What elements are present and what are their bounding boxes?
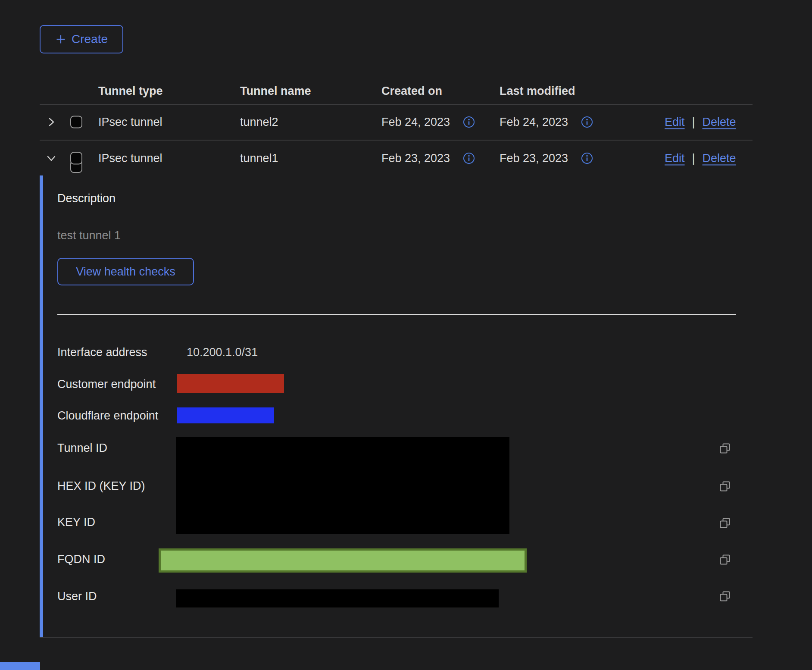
info-icon[interactable] <box>581 152 593 164</box>
actions-separator: | <box>692 116 695 129</box>
key-id-label: KEY ID <box>57 516 95 529</box>
ids-redacted-value <box>176 437 509 534</box>
info-icon[interactable] <box>463 116 475 128</box>
panel-divider <box>57 314 736 315</box>
table-row: IPsec tunnel tunnel2 Feb 24, 2023 Feb 24… <box>0 104 812 140</box>
tunnel-type-value: IPsec tunnel <box>98 116 162 129</box>
copy-icon[interactable] <box>718 516 732 530</box>
actions-separator: | <box>692 151 695 165</box>
customer-endpoint-label: Customer endpoint <box>57 378 156 391</box>
delete-link[interactable]: Delete <box>703 116 736 129</box>
plus-icon <box>55 34 66 45</box>
last-modified-value: Feb 23, 2023 <box>500 151 568 165</box>
description-value: test tunnel 1 <box>57 229 121 242</box>
customer-endpoint-redacted-value <box>177 374 284 393</box>
hex-id-label: HEX ID (KEY ID) <box>57 479 145 493</box>
expanded-row-accent-bar <box>40 175 43 637</box>
info-icon[interactable] <box>581 116 593 128</box>
tunnel-name-value: tunnel1 <box>240 151 278 165</box>
panel-bottom-divider <box>40 637 753 638</box>
tunnel-id-label: Tunnel ID <box>57 441 107 455</box>
expand-chevron-icon[interactable] <box>46 116 57 128</box>
row-checkbox[interactable] <box>70 116 82 128</box>
cloudflare-endpoint-label: Cloudflare endpoint <box>57 409 158 423</box>
bottom-left-accent-bar <box>0 662 40 670</box>
collapse-chevron-icon[interactable] <box>46 153 57 164</box>
edit-link[interactable]: Edit <box>665 151 685 165</box>
created-on-value: Feb 24, 2023 <box>381 116 450 129</box>
edit-link[interactable]: Edit <box>665 116 685 129</box>
copy-icon[interactable] <box>718 553 732 567</box>
cloudflare-endpoint-redacted-value <box>177 407 274 423</box>
create-button-label: Create <box>72 32 108 46</box>
tunnels-page: Create Tunnel type Tunnel name Created o… <box>0 0 812 670</box>
view-health-checks-button[interactable]: View health checks <box>57 258 194 285</box>
info-icon[interactable] <box>463 152 475 164</box>
interface-address-value: 10.200.1.0/31 <box>187 346 258 359</box>
last-modified-value: Feb 24, 2023 <box>500 116 568 129</box>
description-label: Description <box>57 192 116 205</box>
tunnel-type-value: IPsec tunnel <box>98 151 162 165</box>
created-on-value: Feb 23, 2023 <box>381 151 450 165</box>
interface-address-label: Interface address <box>57 346 147 359</box>
row-checkbox[interactable] <box>70 152 82 164</box>
column-header-last-modified: Last modified <box>500 84 575 97</box>
copy-icon[interactable] <box>718 479 732 493</box>
tunnel-name-value: tunnel2 <box>240 116 278 129</box>
create-button[interactable]: Create <box>40 25 123 53</box>
copy-icon[interactable] <box>718 441 732 455</box>
fqdn-id-redacted-value <box>159 548 527 573</box>
copy-icon[interactable] <box>718 589 732 603</box>
column-header-tunnel-type: Tunnel type <box>98 84 163 97</box>
delete-link[interactable]: Delete <box>703 151 736 165</box>
fqdn-id-label: FQDN ID <box>57 553 105 566</box>
table-header-row: Tunnel type Tunnel name Created on Last … <box>0 78 812 104</box>
user-id-label: User ID <box>57 590 97 603</box>
column-header-tunnel-name: Tunnel name <box>240 84 311 97</box>
user-id-redacted-value <box>176 589 499 607</box>
column-header-created-on: Created on <box>381 84 442 97</box>
table-row: IPsec tunnel tunnel1 Feb 23, 2023 Feb 23… <box>0 141 812 175</box>
